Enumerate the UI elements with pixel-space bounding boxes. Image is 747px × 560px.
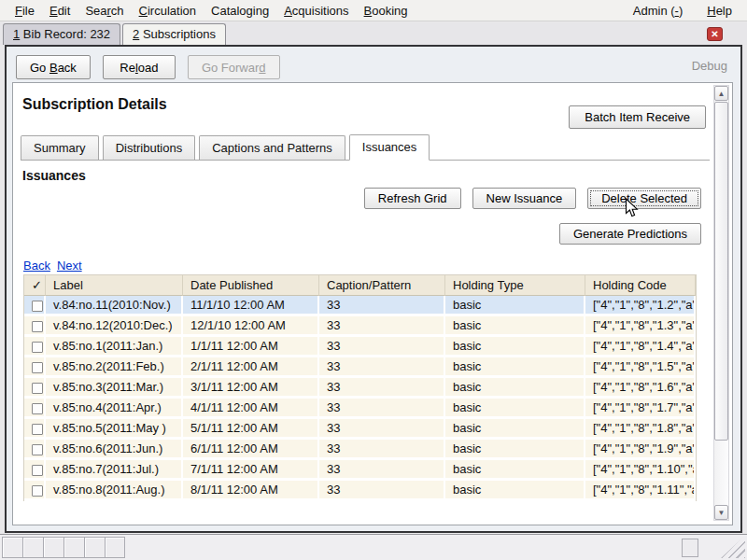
pager-back-link[interactable]: Back [23,259,50,273]
cell-date-published: 4/1/11 12:00 AM [183,399,319,419]
table-row[interactable]: v.85:no.2(2011:Feb.) 2/1/11 12:00 AM 33 … [24,357,696,378]
menu-item-file[interactable]: File [7,2,42,20]
table-row[interactable]: v.84:no.11(2010:Nov.) 11/1/10 12:00 AM 3… [24,296,696,316]
table-row[interactable]: v.85:no.1(2011:Jan.) 1/1/11 12:00 AM 33 … [24,337,696,357]
row-checkbox[interactable] [32,362,43,373]
menu-bar: FileEditSearchCirculationCatalogingAcqui… [0,0,747,21]
cell-caption-pattern: 33 [319,460,445,481]
table-row[interactable]: v.85:no.7(2011:Jul.) 7/1/11 12:00 AM 33 … [24,460,696,481]
refresh-grid-button[interactable]: Refresh Grid [364,188,461,209]
cell-holding-type: basic [445,316,585,337]
cell-caption-pattern: 33 [319,419,445,440]
window-tab-2-subscriptions[interactable]: 2 Subscriptions [122,23,226,45]
column-header-date-published[interactable]: Date Published [183,275,319,296]
menu-left-group: FileEditSearchCirculationCatalogingAcqui… [7,2,416,20]
tab-captions-and-patterns[interactable]: Captions and Patterns [199,135,345,161]
cell-caption-pattern: 33 [319,440,445,460]
vertical-scrollbar[interactable]: ▲ ▼ [713,85,729,521]
table-row[interactable]: v.85:no.5(2011:May ) 5/1/11 12:00 AM 33 … [24,419,696,440]
cell-label: v.85:no.1(2011:Jan.) [46,337,183,357]
status-cell [63,537,84,558]
status-cell [22,537,43,558]
status-cell [43,537,63,558]
table-row[interactable]: v.85:no.8(2011:Aug.) 8/1/11 12:00 AM 33 … [24,481,696,501]
menu-item-admin[interactable]: Admin (-) [626,2,690,20]
row-checkbox[interactable] [32,342,43,353]
cell-date-published: 6/1/11 12:00 AM [183,440,319,460]
row-checkbox[interactable] [32,301,43,312]
row-checkbox[interactable] [32,383,43,394]
tab-distributions[interactable]: Distributions [103,135,196,161]
cell-holding-type: basic [445,440,585,460]
cell-holding-code: ["4","1","8","1.10","a",8 [585,460,696,481]
menu-item-edit[interactable]: Edit [42,2,78,20]
menu-item-acquisitions[interactable]: Acquisitions [276,2,356,20]
cell-date-published: 3/1/11 12:00 AM [183,378,319,399]
table-row[interactable]: v.85:no.3(2011:Mar.) 3/1/11 12:00 AM 33 … [24,378,696,399]
cell-date-published: 12/1/10 12:00 AM [183,316,319,337]
row-checkbox-cell [24,337,46,357]
window-tab-1-bib-record-232[interactable]: 1 Bib Record: 232 [3,23,120,45]
row-checkbox-cell [24,357,46,378]
column-header-holding-type[interactable]: Holding Type [445,275,585,296]
tab-issuances[interactable]: Issuances [349,134,430,161]
reload-button[interactable]: Reload [103,55,176,79]
close-tab-button[interactable]: ✕ [707,27,723,41]
cell-label: v.84:no.12(2010:Dec.) [46,316,183,337]
new-issuance-button[interactable]: New Issuance [472,188,577,209]
cell-holding-code: ["4","1","8","1.2","a",84 [585,296,696,316]
menu-item-help[interactable]: Help [699,2,740,20]
section-heading: Issuances [22,168,86,183]
cell-holding-type: basic [445,460,585,481]
delete-selected-button[interactable]: Delete Selected [587,188,701,209]
grid-action-buttons: Refresh Grid New Issuance Delete Selecte… [364,188,701,209]
row-checkbox-cell [24,316,46,337]
go-forward-button[interactable]: Go Forward [188,55,280,79]
cell-holding-code: ["4","1","8","1.3","a",84 [585,316,696,337]
cell-date-published: 11/1/10 12:00 AM [183,296,319,316]
row-checkbox-cell [24,296,46,316]
navigation-toolbar: Go Back Reload Go Forward [16,55,731,79]
table-row[interactable]: v.85:no.4(2011:Apr.) 4/1/11 12:00 AM 33 … [24,399,696,419]
cell-label: v.85:no.2(2011:Feb.) [46,357,183,378]
resize-grip[interactable] [721,536,745,558]
cell-caption-pattern: 33 [319,357,445,378]
table-row[interactable]: v.84:no.12(2010:Dec.) 12/1/10 12:00 AM 3… [24,316,696,337]
column-header-caption-pattern[interactable]: Caption/Pattern [319,275,445,296]
table-row[interactable]: v.85:no.6(2011:Jun.) 6/1/11 12:00 AM 33 … [24,440,696,460]
main-panel: Go Back Reload Go Forward Debug Subscrip… [5,45,742,533]
column-header-check[interactable]: ✓ [24,275,46,296]
menu-item-cataloging[interactable]: Cataloging [204,2,276,20]
pager-next-link[interactable]: Next [57,259,82,273]
menu-item-circulation[interactable]: Circulation [132,2,204,20]
status-cell [2,537,22,558]
cell-caption-pattern: 33 [319,316,445,337]
status-cell [84,537,105,558]
cell-holding-type: basic [445,296,585,316]
scrollbar-thumb[interactable] [714,102,728,441]
cell-caption-pattern: 33 [319,337,445,357]
cell-holding-type: basic [445,357,585,378]
scrollbar-down-arrow-icon[interactable]: ▼ [714,505,728,520]
column-header-holding-code[interactable]: Holding Code [585,275,696,296]
row-checkbox[interactable] [32,403,43,414]
row-checkbox[interactable] [32,424,43,435]
column-header-label[interactable]: Label [46,275,183,296]
grid-body: v.84:no.11(2010:Nov.) 11/1/10 12:00 AM 3… [24,296,696,501]
row-checkbox[interactable] [32,485,43,497]
go-back-button[interactable]: Go Back [16,55,91,79]
batch-item-receive-button[interactable]: Batch Item Receive [569,105,706,129]
scrollbar-up-arrow-icon[interactable]: ▲ [714,86,728,101]
generate-predictions-button[interactable]: Generate Predictions [559,223,701,245]
cell-caption-pattern: 33 [319,296,445,316]
cell-holding-code: ["4","1","8","1.8","a",85 [585,419,696,440]
row-checkbox[interactable] [32,444,43,455]
row-checkbox[interactable] [32,465,43,476]
menu-item-search[interactable]: Search [78,2,131,20]
tab-summary[interactable]: Summary [21,135,99,161]
window-tabs: 1 Bib Record: 2322 Subscriptions [3,23,228,45]
menu-item-booking[interactable]: Booking [357,2,416,20]
detail-tabs: SummaryDistributionsCaptions and Pattern… [21,133,710,161]
row-checkbox[interactable] [32,321,43,332]
cell-caption-pattern: 33 [319,378,445,399]
